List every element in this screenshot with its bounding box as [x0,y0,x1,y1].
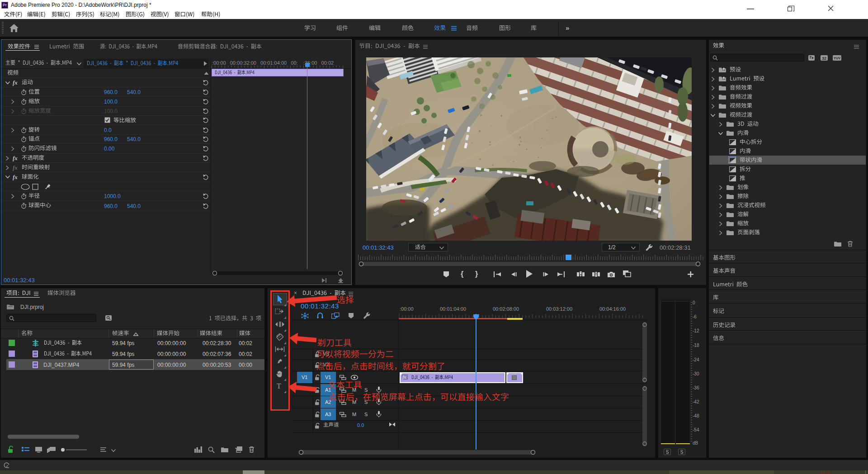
svg-text:YUV: YUV [834,56,840,60]
svg-text:32: 32 [822,56,826,61]
